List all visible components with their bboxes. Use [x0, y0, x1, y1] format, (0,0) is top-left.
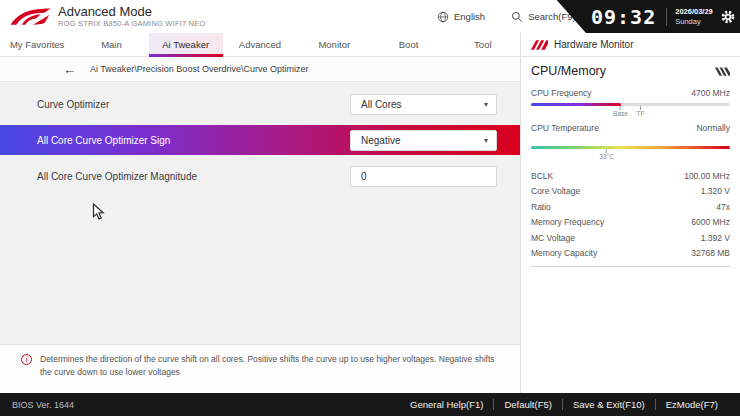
footer-bar: BIOS Ver. 1644 General Help(F1) Default(… [0, 393, 740, 416]
breadcrumb-bar: ← Ai Tweaker\Precision Boost Overdrive\C… [0, 57, 520, 82]
hazard-stripes-icon [531, 40, 548, 50]
footer-actions: General Help(F1) Default(F5) Save & Exit… [400, 399, 728, 410]
setting-label: All Core Curve Optimizer Magnitude [37, 171, 197, 182]
section-stripes-icon [715, 67, 730, 76]
setting-row-curve-optimizer-sign[interactable]: All Core Curve Optimizer Sign Negative ▾ [0, 125, 520, 155]
cpu-temperature-value: Normally [696, 123, 730, 133]
reading-memory-capacity: Memory Capacity 32768 MB [531, 246, 730, 262]
globe-icon [437, 11, 449, 23]
reading-ratio: Ratio 47x [531, 199, 730, 215]
settings-list: Curve Optimizer All Cores ▾ All Core Cur… [0, 82, 520, 344]
hardware-monitor-panel: Hardware Monitor CPU/Memory CPU Frequenc… [520, 33, 740, 393]
reading-core-voltage: Core Voltage 1.320 V [531, 184, 730, 200]
tab-advanced[interactable]: Advanced [223, 33, 297, 56]
cpu-frequency-value: 4700 MHz [691, 88, 730, 98]
clock-date-block: 2026/03/29 Sunday [675, 7, 713, 26]
motherboard-name: ROG STRIX B850-A GAMING WIFI7 NEO [58, 20, 205, 29]
clock-date: 2026/03/29 [675, 7, 713, 16]
dropdown-value: Negative [361, 135, 484, 146]
hardware-monitor-body: CPU/Memory CPU Frequency 4700 MHz [521, 64, 740, 267]
setting-label: All Core Curve Optimizer Sign [37, 135, 170, 146]
clock-time: 09:32 [591, 5, 656, 29]
search-icon [511, 11, 523, 23]
gear-icon[interactable] [721, 10, 735, 24]
mode-title-block: Advanced Mode ROG STRIX B850-A GAMING WI… [58, 5, 205, 29]
breadcrumb: Ai Tweaker\Precision Boost Overdrive\Cur… [90, 64, 308, 74]
language-selector[interactable]: English [437, 11, 485, 23]
save-exit-button[interactable]: Save & Exit(F10) [562, 399, 655, 410]
rog-logo-icon [10, 5, 52, 29]
bios-advanced-mode-screen: Advanced Mode ROG STRIX B850-A GAMING WI… [0, 0, 740, 416]
setting-row-curve-optimizer-magnitude[interactable]: All Core Curve Optimizer Magnitude 0 [0, 162, 520, 190]
info-icon: i [21, 354, 32, 365]
default-button[interactable]: Default(F5) [493, 399, 562, 410]
hardware-monitor-title: Hardware Monitor [554, 39, 633, 50]
cpu-frequency-marks: Base TF [531, 106, 730, 119]
cpu-temperature-marks: 33°C [531, 149, 730, 162]
turbo-frequency-mark: TF [636, 106, 644, 118]
reading-memory-frequency: Memory Frequency 6000 MHz [531, 215, 730, 231]
tab-ai-tweaker[interactable]: Ai Tweaker [149, 33, 223, 56]
top-bar: Advanced Mode ROG STRIX B850-A GAMING WI… [0, 0, 740, 33]
cpu-memory-title: CPU/Memory [531, 64, 606, 78]
tab-my-favorites[interactable]: My Favorites [0, 33, 74, 56]
cpu-temperature-label: CPU Temperature [531, 123, 599, 133]
curve-optimizer-dropdown[interactable]: All Cores ▾ [350, 94, 497, 115]
curve-optimizer-magnitude-input[interactable]: 0 [350, 166, 497, 187]
mode-title: Advanced Mode [58, 5, 205, 20]
reading-bclk: BCLK 100.00 MHz [531, 168, 730, 184]
reading-mc-voltage: MC Voltage 1.392 V [531, 230, 730, 246]
tab-boot[interactable]: Boot [371, 33, 445, 56]
general-help-button[interactable]: General Help(F1) [400, 399, 493, 410]
main-column: My Favorites Main Ai Tweaker Advanced Mo… [0, 33, 520, 393]
clock-separator [666, 8, 667, 26]
current-temperature-mark: 33°C [599, 149, 614, 161]
chevron-down-icon: ▾ [484, 100, 488, 109]
input-value: 0 [361, 171, 488, 182]
cpu-temperature-row: CPU Temperature Normally [531, 123, 730, 133]
tab-bar: My Favorites Main Ai Tweaker Advanced Mo… [0, 33, 520, 57]
top-actions: English Search(F9) [437, 0, 576, 33]
bios-version: BIOS Ver. 1644 [12, 400, 74, 410]
tab-tool[interactable]: Tool [446, 33, 520, 56]
ezmode-button[interactable]: EzMode(F7) [655, 399, 728, 410]
search-button[interactable]: Search(F9) [511, 11, 576, 23]
help-info-text: Determines the direction of the curve sh… [40, 353, 502, 393]
setting-row-curve-optimizer[interactable]: Curve Optimizer All Cores ▾ [0, 90, 520, 118]
dropdown-value: All Cores [361, 99, 484, 110]
chevron-down-icon: ▾ [484, 136, 488, 145]
hardware-monitor-header: Hardware Monitor [521, 33, 740, 57]
cpu-memory-section-header: CPU/Memory [531, 64, 730, 78]
curve-optimizer-sign-dropdown[interactable]: Negative ▾ [350, 130, 497, 151]
base-frequency-mark: Base [613, 106, 628, 118]
setting-label: Curve Optimizer [37, 99, 109, 110]
cpu-frequency-row: CPU Frequency 4700 MHz [531, 88, 730, 98]
clock-day: Sunday [675, 17, 713, 26]
language-label: English [454, 11, 485, 22]
help-info-box: i Determines the direction of the curve … [0, 344, 520, 393]
sensor-readings-list: BCLK 100.00 MHz Core Voltage 1.320 V Rat… [531, 168, 730, 261]
panel-divider [531, 266, 730, 267]
tab-main[interactable]: Main [74, 33, 148, 56]
tab-monitor[interactable]: Monitor [297, 33, 371, 56]
body: My Favorites Main Ai Tweaker Advanced Mo… [0, 33, 740, 393]
back-arrow-icon[interactable]: ← [63, 62, 76, 77]
cpu-frequency-label: CPU Frequency [531, 88, 591, 98]
